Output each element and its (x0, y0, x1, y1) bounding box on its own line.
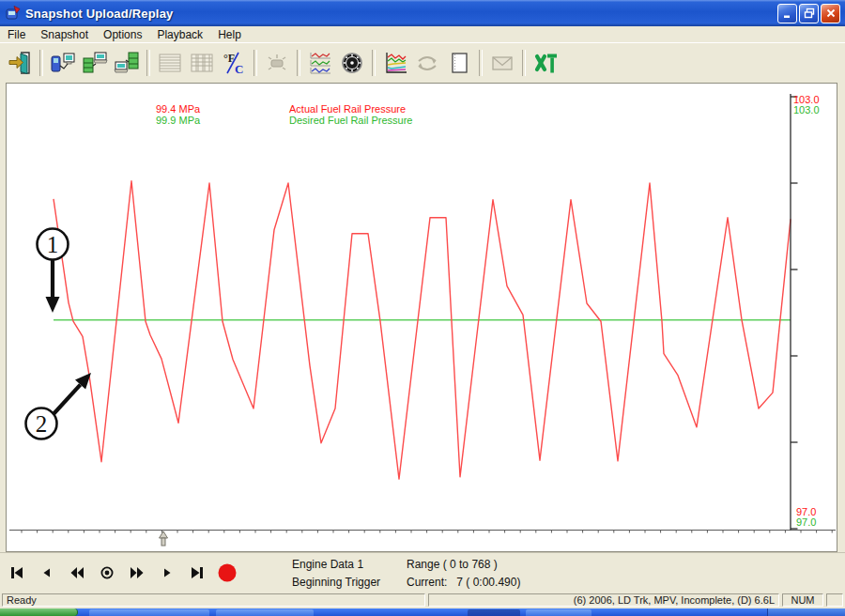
window-title: Snapshot Upload/Replay (25, 7, 777, 21)
upload-tech2-icon (50, 50, 76, 76)
status-end-panel (826, 593, 843, 607)
stop-record-icon (217, 562, 238, 583)
snapshot-upload-replay-window: Snapshot Upload/Replay FileSnapshotOptio… (0, 0, 845, 616)
status-bar: Ready (6) 2006, LD Trk, MPV, Incomplete,… (0, 592, 845, 608)
lamp-button (262, 47, 292, 79)
replay-icon (414, 50, 440, 76)
save-snapshot-button[interactable] (112, 47, 142, 79)
color-graph-button[interactable] (380, 47, 410, 79)
mail-icon (489, 50, 515, 76)
system-tray (767, 608, 845, 616)
taskbar-task-button[interactable] (216, 609, 314, 616)
tools-icon (532, 50, 559, 76)
menu-item-file[interactable]: File (0, 27, 33, 42)
menu-bar: FileSnapshotOptionsPlaybackHelp (0, 26, 845, 42)
skip-to-end-button[interactable] (184, 560, 209, 586)
status-ready: Ready (2, 593, 425, 607)
toolbar-separator (254, 50, 257, 76)
lamp-icon (264, 50, 290, 76)
data-grid-button (187, 47, 217, 79)
stop-record-button[interactable] (214, 560, 239, 586)
taskbar-task-button[interactable] (89, 609, 209, 616)
windows-taskbar (0, 608, 845, 616)
fast-forward-button[interactable] (124, 560, 149, 586)
minimize-icon (782, 8, 793, 19)
skip-to-start-button[interactable] (4, 560, 29, 586)
legend-actual-label: Actual Fuel Rail Pressure (289, 104, 406, 115)
data-grid-icon (189, 50, 215, 76)
legend-desired-value: 99.9 MPa (156, 116, 200, 126)
replay-button (412, 47, 442, 79)
app-icon (6, 6, 21, 21)
gauge-button[interactable] (337, 47, 367, 79)
pause-icon (100, 565, 115, 580)
multi-graph-icon (307, 50, 333, 76)
annotation-number-1: 1 (47, 232, 59, 257)
upload-tech2-button[interactable] (48, 47, 78, 79)
svg-text:C: C (235, 62, 243, 76)
step-forward-icon (160, 565, 175, 580)
rewind-icon (69, 565, 84, 580)
legend-actual-value: 99.4 MPa (156, 104, 200, 115)
axis-max-desired: 103.0 (793, 105, 820, 116)
color-graph-icon (382, 50, 408, 76)
report-page-button[interactable] (444, 47, 474, 79)
skip-to-start-icon (9, 565, 24, 580)
gauge-icon (339, 50, 365, 76)
status-vehicle-info: (6) 2006, LD Trk, MPV, Incomplete, (D) 6… (428, 593, 779, 607)
step-forward-button[interactable] (154, 560, 179, 586)
toolbar: °F C (0, 42, 845, 83)
pause-button[interactable] (94, 560, 119, 586)
rewind-button[interactable] (64, 560, 89, 586)
open-snapshot-button[interactable] (80, 47, 110, 79)
menu-item-options[interactable]: Options (96, 27, 149, 42)
start-button[interactable] (0, 608, 78, 616)
fast-forward-icon (130, 565, 145, 580)
toolbar-separator (146, 50, 150, 76)
restore-icon (804, 8, 815, 19)
step-back-button[interactable] (34, 560, 59, 586)
close-icon (825, 8, 837, 19)
menu-item-help[interactable]: Help (210, 27, 249, 42)
skip-to-end-icon (190, 565, 205, 580)
close-button[interactable] (821, 4, 840, 23)
mail-button (487, 47, 517, 79)
taskbar-task-button-active[interactable] (468, 609, 520, 616)
annotation-number-2: 2 (36, 411, 48, 437)
toolbar-separator (39, 50, 43, 76)
status-num-lock: NUM (782, 593, 823, 607)
tools-button[interactable] (530, 47, 561, 79)
playback-bar: Engine Data 1 Beginning Trigger Range ( … (0, 552, 845, 592)
units-fc-toggle-button[interactable]: °F C (219, 47, 249, 79)
axis-min-desired: 97.0 (796, 517, 816, 528)
units-fc-toggle-icon: °F C (221, 50, 247, 76)
exit-icon (7, 50, 33, 76)
menu-item-playback[interactable]: Playback (149, 27, 210, 42)
current-frame-text: Current: 7 ( 0:00.490) (407, 576, 520, 589)
save-snapshot-icon (114, 50, 140, 76)
toolbar-separator (372, 50, 376, 76)
minimize-button[interactable] (777, 4, 797, 23)
snapshot-chart-panel: 12 99.4 MPa 99.9 MPa Actual Fuel Rail Pr… (6, 83, 837, 552)
toolbar-separator (297, 50, 300, 76)
svg-text:°F: °F (223, 52, 235, 65)
timeline-marker-stem[interactable] (161, 538, 165, 546)
toolbar-separator (479, 50, 483, 76)
data-list-button (155, 47, 185, 79)
range-text: Range ( 0 to 768 ) (407, 558, 498, 571)
trigger-type: Beginning Trigger (292, 576, 380, 589)
timeline-marker[interactable] (160, 531, 168, 538)
multi-graph-button[interactable] (305, 47, 335, 79)
open-snapshot-icon (82, 50, 108, 76)
snapshot-name: Engine Data 1 (292, 558, 363, 571)
exit-button[interactable] (5, 47, 35, 79)
restore-button[interactable] (799, 4, 819, 23)
title-bar: Snapshot Upload/Replay (0, 0, 845, 26)
report-page-icon (446, 50, 472, 76)
step-back-icon (39, 565, 54, 580)
annotation-arrow-2 (53, 385, 81, 415)
taskbar-task-button[interactable] (526, 609, 592, 616)
legend-desired-label: Desired Fuel Rail Pressure (289, 116, 412, 126)
actual-pressure-line (54, 181, 791, 479)
menu-item-snapshot[interactable]: Snapshot (33, 27, 96, 42)
